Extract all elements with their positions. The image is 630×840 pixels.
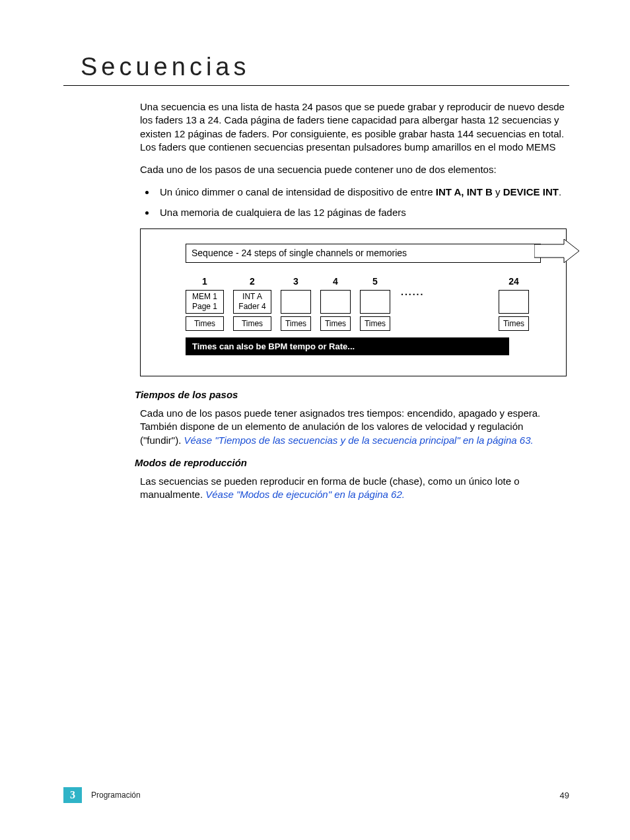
step-box (360, 290, 390, 314)
page: Secuencias Una secuencia es una lista de… (0, 0, 630, 840)
title-rule (63, 85, 569, 86)
svg-marker-0 (534, 239, 579, 263)
page-title: Secuencias (81, 53, 569, 81)
step-box: MEM 1 Page 1 (186, 290, 224, 314)
step-box (281, 290, 311, 314)
times-box: Times (320, 316, 351, 331)
step-line2: Fader 4 (238, 302, 265, 311)
intro-paragraph: Una secuencia es una lista de hasta 24 p… (140, 100, 567, 154)
step-line1: INT A (242, 292, 262, 301)
times-box: Times (233, 316, 271, 331)
chapter-number-badge: 3 (63, 787, 82, 803)
diagram-header: Sequence - 24 steps of single channels o… (186, 244, 541, 263)
step-line2: Page 1 (192, 302, 217, 311)
diagram-step-24: 24 (499, 275, 529, 314)
body-column: Una secuencia es una lista de hasta 24 p… (140, 100, 567, 502)
diagram-step-5: 5 (360, 275, 390, 314)
bullet-1-prefix: Un único dimmer o canal de intensidad de… (160, 186, 436, 197)
step-number: 4 (333, 275, 338, 288)
step-number: 2 (250, 275, 255, 288)
step-number: 24 (508, 275, 519, 288)
diagram-steps-row: 1 MEM 1 Page 1 2 INT A Fader 4 3 (186, 275, 529, 314)
page-footer: 3 Programación 49 (63, 787, 569, 803)
arrow-icon (534, 239, 580, 263)
diagram-step-4: 4 (320, 275, 351, 314)
times-box: Times (360, 316, 390, 331)
step-box (320, 290, 351, 314)
diagram-step-2: 2 INT A Fader 4 (233, 275, 271, 314)
xref-times-link[interactable]: Véase "Tiempos de las secuencias y de la… (184, 435, 534, 446)
step-number: 5 (372, 275, 378, 288)
diagram-step-3: 3 (281, 275, 311, 314)
chapter-name: Programación (91, 790, 560, 800)
modes-paragraph: Las secuencias se pueden reproducir en f… (140, 475, 567, 502)
bullet-list: Un único dimmer o canal de intensidad de… (140, 186, 567, 219)
times-box: Times (499, 316, 529, 331)
diagram-footer-bar: Times can also be BPM tempo or Rate... (186, 337, 509, 356)
step-box (499, 290, 529, 314)
times-box: Times (186, 316, 224, 331)
step-line1: MEM 1 (192, 292, 217, 301)
diagram-step-1: 1 MEM 1 Page 1 (186, 275, 224, 314)
bullet-item-1: Un único dimmer o canal de intensidad de… (156, 186, 567, 199)
page-number: 49 (560, 790, 569, 800)
sequence-diagram: Sequence - 24 steps of single channels o… (140, 228, 567, 376)
step-box: INT A Fader 4 (233, 290, 271, 314)
step-number: 1 (202, 275, 207, 288)
diagram-times-row: Times Times Times Times Times Times (186, 316, 529, 331)
bullet-item-2: Una memoria de cualquiera de las 12 pági… (156, 206, 567, 219)
diagram-ellipsis: ······ (401, 289, 424, 301)
lead-in-paragraph: Cada uno de los pasos de una secuencia p… (140, 163, 567, 176)
step-number: 3 (293, 275, 298, 288)
bullet-1-bold-2: DEVICE INT (503, 186, 559, 197)
bullet-1-suffix: . (559, 186, 561, 197)
bullet-1-mid: y (493, 186, 503, 197)
xref-modes-link[interactable]: Véase "Modos de ejecución" en la página … (205, 489, 405, 500)
subheading-times: Tiempos de los pasos (135, 388, 567, 402)
subheading-modes: Modos de reproducción (135, 456, 567, 470)
times-paragraph: Cada uno de los pasos puede tener asigna… (140, 407, 567, 447)
times-box: Times (281, 316, 311, 331)
bullet-1-bold-1: INT A, INT B (436, 186, 493, 197)
